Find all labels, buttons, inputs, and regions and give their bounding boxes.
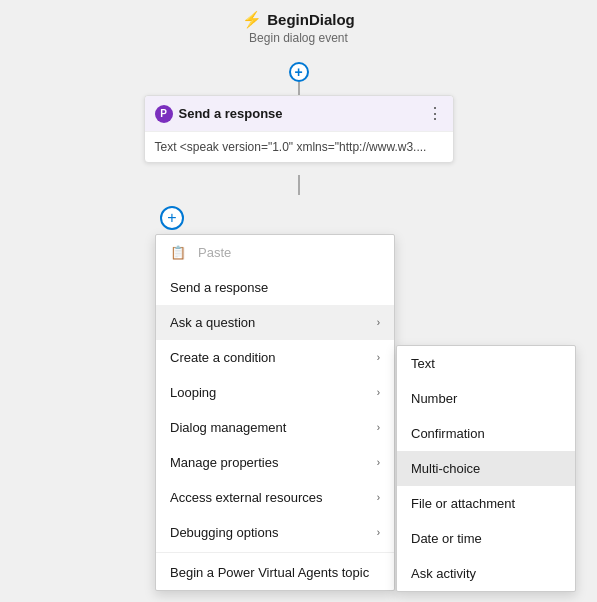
begin-dialog-node: ⚡ BeginDialog Begin dialog event xyxy=(242,10,355,45)
menu-item-send-response-label: Send a response xyxy=(170,280,268,295)
menu-item-create-condition[interactable]: Create a condition › xyxy=(156,340,394,375)
menu-item-create-condition-label: Create a condition xyxy=(170,350,276,365)
menu-item-send-response[interactable]: Send a response xyxy=(156,270,394,305)
sub-menu-file-label: File or attachment xyxy=(411,496,515,511)
sub-menu-confirmation-label: Confirmation xyxy=(411,426,485,441)
connector-line-bottom xyxy=(298,175,300,195)
sub-menu-datetime-label: Date or time xyxy=(411,531,482,546)
menu-item-paste[interactable]: 📋 Paste xyxy=(156,235,394,270)
menu-item-debugging-label: Debugging options xyxy=(170,525,278,540)
sub-menu-item-confirmation[interactable]: Confirmation xyxy=(397,416,575,451)
menu-item-paste-label: Paste xyxy=(198,245,231,260)
chevron-right-dialog-management: › xyxy=(377,422,380,433)
card-header-left: P Send a response xyxy=(155,105,283,123)
begin-dialog-title: ⚡ BeginDialog xyxy=(242,10,355,29)
chevron-right-create-condition: › xyxy=(377,352,380,363)
chevron-right-access-external: › xyxy=(377,492,380,503)
context-menu-container: + 📋 Paste Send a response Ask a question… xyxy=(155,218,395,591)
menu-item-looping[interactable]: Looping › xyxy=(156,375,394,410)
menu-item-manage-properties-label: Manage properties xyxy=(170,455,278,470)
card-title: Send a response xyxy=(179,106,283,121)
sub-menu-item-number[interactable]: Number xyxy=(397,381,575,416)
menu-item-begin-pva-label: Begin a Power Virtual Agents topic xyxy=(170,565,369,580)
sub-menu-multi-choice-label: Multi-choice xyxy=(411,461,480,476)
chevron-right-debugging: › xyxy=(377,527,380,538)
sub-menu-number-label: Number xyxy=(411,391,457,406)
sub-menu-ask-question: Text Number Confirmation Multi-choice Fi… xyxy=(396,345,576,592)
chevron-right-looping: › xyxy=(377,387,380,398)
bottom-connector xyxy=(298,175,300,195)
menu-item-begin-pva[interactable]: Begin a Power Virtual Agents topic xyxy=(156,555,394,590)
add-step-top-button[interactable]: + xyxy=(289,62,309,82)
card-header: P Send a response ⋮ xyxy=(145,96,453,132)
chevron-right-ask-question: › xyxy=(377,317,380,328)
card-icon: P xyxy=(155,105,173,123)
main-menu: 📋 Paste Send a response Ask a question ›… xyxy=(155,234,395,591)
menu-divider xyxy=(156,552,394,553)
sub-menu-item-date-time[interactable]: Date or time xyxy=(397,521,575,556)
menu-item-looping-label: Looping xyxy=(170,385,216,400)
canvas: ⚡ BeginDialog Begin dialog event + P Sen… xyxy=(0,0,597,602)
connector-line xyxy=(298,82,300,96)
add-step-button[interactable]: + xyxy=(160,206,184,230)
menu-item-debugging[interactable]: Debugging options › xyxy=(156,515,394,550)
lightning-icon: ⚡ xyxy=(242,10,262,29)
menu-item-ask-question-label: Ask a question xyxy=(170,315,255,330)
begin-dialog-title-text: BeginDialog xyxy=(267,11,355,28)
sub-menu-item-file-attachment[interactable]: File or attachment xyxy=(397,486,575,521)
card-body: Text <speak version="1.0" xmlns="http://… xyxy=(145,132,453,162)
sub-menu-ask-activity-label: Ask activity xyxy=(411,566,476,581)
sub-menu-item-text[interactable]: Text xyxy=(397,346,575,381)
card-options-icon[interactable]: ⋮ xyxy=(427,104,443,123)
menu-item-access-external-label: Access external resources xyxy=(170,490,322,505)
chevron-right-manage-properties: › xyxy=(377,457,380,468)
send-response-card: P Send a response ⋮ Text <speak version=… xyxy=(144,95,454,163)
menu-item-manage-properties[interactable]: Manage properties › xyxy=(156,445,394,480)
sub-menu-item-ask-activity[interactable]: Ask activity xyxy=(397,556,575,591)
begin-dialog-subtitle: Begin dialog event xyxy=(249,31,348,45)
menu-item-dialog-management-label: Dialog management xyxy=(170,420,286,435)
sub-menu-item-multi-choice[interactable]: Multi-choice xyxy=(397,451,575,486)
paste-icon: 📋 xyxy=(170,245,186,260)
menu-item-dialog-management[interactable]: Dialog management › xyxy=(156,410,394,445)
menu-item-access-external[interactable]: Access external resources › xyxy=(156,480,394,515)
menu-item-ask-question[interactable]: Ask a question › Text Number Confirmatio… xyxy=(156,305,394,340)
sub-menu-text-label: Text xyxy=(411,356,435,371)
